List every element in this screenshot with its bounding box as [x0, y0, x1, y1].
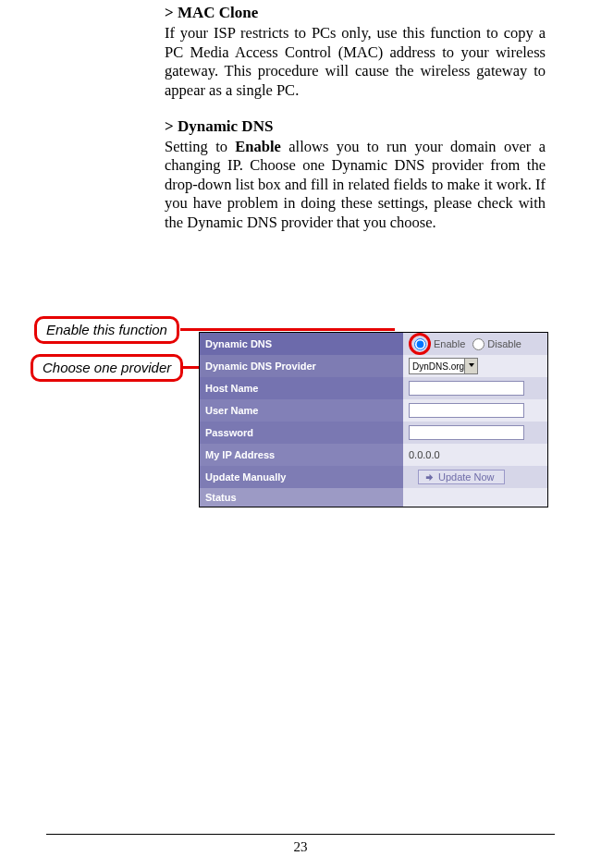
radio-disable-label: Disable: [487, 338, 521, 349]
mac-clone-heading: > MAC Clone: [165, 4, 546, 22]
row-password: Password: [200, 422, 547, 444]
chevron-down-icon: [469, 363, 474, 367]
input-host-name[interactable]: [409, 381, 524, 396]
dynamic-dns-paragraph: Setting to Enable allows you to run your…: [165, 138, 546, 233]
callout-enable-label: Enable this function: [46, 322, 167, 337]
input-user-name[interactable]: [409, 403, 524, 418]
callout-provider-label: Choose one provider: [43, 360, 171, 375]
manual-page: > MAC Clone If your ISP restricts to PCs…: [0, 0, 601, 868]
dynamic-dns-heading: > Dynamic DNS: [165, 117, 546, 136]
mac-clone-paragraph: If your ISP restricts to PCs only, use t…: [165, 24, 546, 101]
body-text: > MAC Clone If your ISP restricts to PCs…: [165, 4, 546, 250]
row-update-manually: Update Manually Update Now: [200, 466, 547, 488]
label-user-name: User Name: [200, 399, 403, 422]
row-host-name: Host Name: [200, 377, 547, 399]
ddns-text-bold: Enable: [235, 138, 281, 155]
label-ddns-provider: Dynamic DNS Provider: [200, 355, 403, 377]
row-my-ip: My IP Address 0.0.0.0: [200, 444, 547, 466]
update-now-label: Update Now: [438, 471, 495, 483]
label-host-name: Host Name: [200, 377, 403, 399]
row-dynamic-dns: Dynamic DNS Enable Disable: [200, 333, 547, 355]
input-password[interactable]: [409, 425, 524, 440]
enable-radio-highlight: [409, 333, 431, 355]
row-ddns-provider: Dynamic DNS Provider DynDNS.org: [200, 355, 547, 377]
value-user-name: [403, 399, 547, 422]
row-user-name: User Name: [200, 399, 547, 422]
label-dynamic-dns: Dynamic DNS: [200, 333, 403, 355]
callout-enable-leader: [180, 328, 395, 331]
value-ddns-provider: DynDNS.org: [403, 355, 547, 377]
value-update-manually: Update Now: [403, 466, 547, 488]
ddns-config-panel: Dynamic DNS Enable Disable Dynamic DNS P…: [199, 332, 548, 507]
select-ddns-provider[interactable]: DynDNS.org: [409, 358, 478, 374]
value-status: [403, 488, 547, 507]
label-password: Password: [200, 422, 403, 444]
arrow-icon: [424, 472, 435, 483]
footer-rule: [46, 834, 555, 835]
label-my-ip: My IP Address: [200, 444, 403, 466]
callout-enable-function: Enable this function: [34, 316, 179, 344]
label-update-manually: Update Manually: [200, 466, 403, 488]
callout-provider-leader: [182, 366, 200, 369]
radio-disable[interactable]: [472, 338, 484, 350]
page-number: 23: [0, 839, 601, 855]
update-now-button[interactable]: Update Now: [418, 470, 505, 484]
radio-enable-label: Enable: [434, 338, 465, 349]
radio-disable-wrap: Disable: [472, 338, 521, 350]
callout-choose-provider: Choose one provider: [31, 354, 183, 382]
ddns-text-pre: Setting to: [165, 138, 235, 155]
row-status: Status: [200, 488, 547, 507]
radio-enable[interactable]: [414, 338, 426, 350]
value-password: [403, 422, 547, 444]
value-host-name: [403, 377, 547, 399]
value-my-ip: 0.0.0.0: [403, 444, 547, 466]
label-status: Status: [200, 488, 403, 507]
value-dynamic-dns: Enable Disable: [403, 333, 547, 355]
select-ddns-provider-value: DynDNS.org: [412, 361, 464, 372]
